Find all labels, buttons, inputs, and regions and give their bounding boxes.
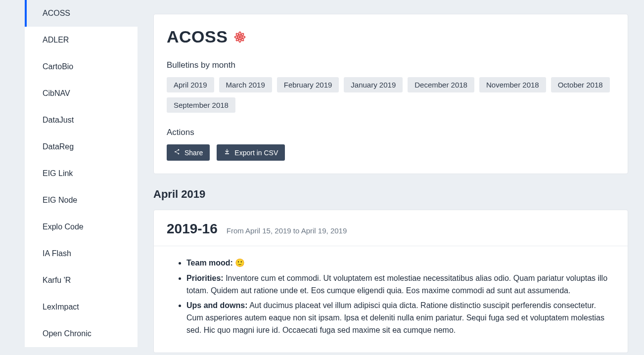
sidebar-item-label: Karfu 'R <box>43 276 71 284</box>
sidebar-item-label: EIG Link <box>43 169 73 178</box>
month-chip-march-2019[interactable]: March 2019 <box>219 77 272 92</box>
sidebar-item-ia-flash[interactable]: IA Flash <box>25 240 138 267</box>
page-title-text: ACOSS <box>167 27 228 46</box>
mood-emoji: 🙂 <box>235 259 245 267</box>
month-heading: April 2019 <box>153 188 628 201</box>
download-icon <box>224 148 230 157</box>
sidebar-item-acoss[interactable]: ACOSS <box>25 0 138 27</box>
month-chip-december-2018[interactable]: December 2018 <box>408 77 474 92</box>
sidebar-item-open-chronic[interactable]: Open Chronic <box>25 320 138 347</box>
sidebar-item-label: ADLER <box>43 36 69 44</box>
sidebar: ACOSSADLERCartoBioCibNAVDataJustDataRegE… <box>0 0 138 355</box>
sidebar-item-explo-code[interactable]: Explo Code <box>25 214 138 240</box>
sidebar-item-karfu-r[interactable]: Karfu 'R <box>25 267 138 294</box>
export-button-label: Export in CSV <box>234 149 278 157</box>
share-icon <box>174 148 181 157</box>
main-content: ACOSS Bulletins by month <box>138 0 644 355</box>
sidebar-item-label: IA Flash <box>43 249 71 258</box>
sidebar-item-label: Open Chronic <box>43 329 92 338</box>
actions-row: Share Export in CSV <box>167 144 615 161</box>
month-chip-january-2019[interactable]: January 2019 <box>344 77 403 92</box>
sidebar-item-label: DataReg <box>43 142 74 151</box>
mood-label: Team mood: <box>186 259 233 267</box>
bulletin-item-ups: Ups and downs: Aut ducimus placeat vel i… <box>186 300 615 336</box>
month-chip-september-2018[interactable]: September 2018 <box>167 97 235 113</box>
svg-point-3 <box>235 36 238 38</box>
svg-point-1 <box>239 32 241 35</box>
svg-point-4 <box>242 36 245 38</box>
bulletin-id: 2019-16 <box>167 221 218 237</box>
sidebar-item-label: DataJust <box>43 116 74 124</box>
month-chip-row: April 2019March 2019February 2019January… <box>167 77 615 113</box>
sidebar-item-eig-node[interactable]: EIG Node <box>25 187 138 214</box>
flower-icon <box>233 31 246 44</box>
sidebar-item-label: CartoBio <box>43 62 73 71</box>
sidebar-item-cartobio[interactable]: CartoBio <box>25 53 138 80</box>
ups-text: Aut ducimus placeat vel illum adipisci q… <box>186 301 604 334</box>
month-chip-october-2018[interactable]: October 2018 <box>551 77 610 92</box>
month-chip-february-2019[interactable]: February 2019 <box>277 77 339 92</box>
sidebar-item-cibnav[interactable]: CibNAV <box>25 80 138 107</box>
priorities-text: Inventore cum et commodi. Ut voluptatem … <box>186 274 607 295</box>
bulletins-label: Bulletins by month <box>167 60 615 70</box>
sidebar-item-label: ACOSS <box>43 9 70 17</box>
svg-rect-12 <box>225 153 229 154</box>
bulletin-item-priorities: Priorities: Inventore cum et commodi. Ut… <box>186 272 615 297</box>
bulletin-card: 2019-16 From April 15, 2019 to April 19,… <box>153 210 628 353</box>
priorities-label: Priorities: <box>186 274 224 282</box>
svg-point-2 <box>239 39 241 42</box>
share-button-label: Share <box>184 149 203 157</box>
sidebar-item-datajust[interactable]: DataJust <box>25 107 138 133</box>
sidebar-item-eig-link[interactable]: EIG Link <box>25 160 138 187</box>
sidebar-item-label: CibNAV <box>43 89 70 97</box>
month-chip-november-2018[interactable]: November 2018 <box>479 77 546 92</box>
svg-point-0 <box>239 36 241 38</box>
month-chip-april-2019[interactable]: April 2019 <box>167 77 214 92</box>
export-csv-button[interactable]: Export in CSV <box>217 144 285 161</box>
bulletin-item-mood: Team mood: 🙂 <box>186 257 615 269</box>
project-header-card: ACOSS Bulletins by month <box>153 14 628 174</box>
bulletin-dates: From April 15, 2019 to April 19, 2019 <box>227 226 347 235</box>
sidebar-item-label: LexImpact <box>43 303 79 311</box>
share-button[interactable]: Share <box>167 144 210 161</box>
ups-label: Ups and downs: <box>186 301 248 310</box>
sidebar-item-label: EIG Node <box>43 196 77 204</box>
actions-label: Actions <box>167 128 615 137</box>
page-title: ACOSS <box>167 27 615 46</box>
bulletin-header: 2019-16 From April 15, 2019 to April 19,… <box>154 210 628 246</box>
sidebar-item-leximpact[interactable]: LexImpact <box>25 294 138 320</box>
sidebar-item-adler[interactable]: ADLER <box>25 27 138 53</box>
bulletin-body: Team mood: 🙂 Priorities: Inventore cum e… <box>154 246 628 353</box>
sidebar-item-datareg[interactable]: DataReg <box>25 133 138 160</box>
sidebar-item-label: Explo Code <box>43 222 84 231</box>
